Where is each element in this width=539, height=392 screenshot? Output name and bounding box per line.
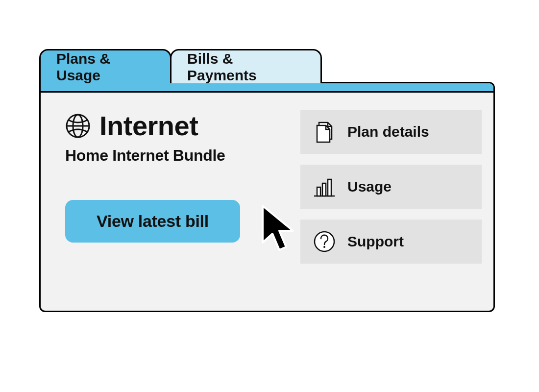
svg-rect-4 <box>317 187 320 196</box>
sidebar-item-label: Usage <box>347 178 392 195</box>
bar-chart-icon <box>312 174 337 199</box>
sidebar-item-label: Plan details <box>347 123 429 140</box>
svg-rect-6 <box>328 179 331 196</box>
svg-point-8 <box>323 246 325 248</box>
tab-bar: Plans & Usage Bills & Payments <box>39 49 495 83</box>
plan-name: Home Internet Bundle <box>65 147 281 165</box>
tab-label: Plans & Usage <box>56 50 154 84</box>
sidebar-item-plan-details[interactable]: Plan details <box>300 110 482 154</box>
sidebar-item-support[interactable]: Support <box>300 220 482 264</box>
tab-plans-usage[interactable]: Plans & Usage <box>39 49 172 83</box>
button-label: View latest bill <box>97 212 209 230</box>
svg-rect-5 <box>322 183 326 196</box>
tab-label: Bills & Payments <box>187 50 305 84</box>
globe-icon <box>65 113 91 139</box>
sidebar-item-label: Support <box>347 233 404 250</box>
tab-bills-payments[interactable]: Bills & Payments <box>170 49 322 83</box>
service-heading: Internet <box>99 110 198 142</box>
sidebar-item-usage[interactable]: Usage <box>300 165 482 209</box>
question-icon <box>312 229 337 254</box>
panel-plans-usage: Internet Home Internet Bundle View lates… <box>39 82 495 312</box>
view-latest-bill-button[interactable]: View latest bill <box>65 200 240 243</box>
documents-icon <box>312 120 337 144</box>
